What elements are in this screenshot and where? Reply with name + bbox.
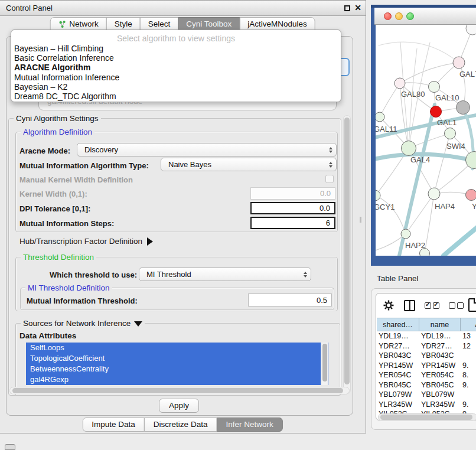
- algorithm-option-basic-correlation-inference[interactable]: Basic Correlation Inference: [11, 53, 341, 63]
- network-edge[interactable]: [379, 42, 459, 63]
- apply-button[interactable]: Apply: [159, 399, 199, 413]
- select-all-icon[interactable]: [425, 302, 439, 309]
- node-label: HAP2: [405, 241, 425, 250]
- network-node[interactable]: [420, 249, 430, 256]
- network-node[interactable]: [466, 152, 476, 169]
- network-node-hap2[interactable]: [401, 229, 410, 239]
- column-header-name[interactable]: name: [419, 318, 461, 331]
- file-icon[interactable]: [468, 298, 476, 312]
- network-edge[interactable]: [400, 63, 459, 83]
- table-cell: YDR27…: [377, 341, 419, 351]
- network-node-hap4[interactable]: [428, 188, 440, 200]
- table-row[interactable]: YDL19…YDL19…13: [377, 331, 476, 341]
- node-label: GAL4: [410, 155, 430, 164]
- close-traffic-light-icon[interactable]: [384, 12, 392, 20]
- attribute-item-selfloops[interactable]: SelfLoops: [26, 343, 328, 353]
- minimize-traffic-light-icon[interactable]: [395, 12, 403, 20]
- network-edge[interactable]: [380, 83, 400, 117]
- kernel-width-field[interactable]: 0.0: [250, 187, 335, 200]
- table-cell: YDR27…: [419, 341, 461, 351]
- column-header-a[interactable]: A: [461, 318, 476, 331]
- control-panel-titlebar[interactable]: Control Panel ✕: [0, 1, 366, 16]
- algorithm-option-bayesian-k2[interactable]: Bayesian – K2: [11, 82, 341, 92]
- tab-select[interactable]: Select: [140, 17, 179, 31]
- node-label: HAP4: [435, 202, 455, 211]
- scrollbar-thumb[interactable]: [12, 388, 343, 393]
- network-edge[interactable]: [444, 224, 476, 256]
- settings-vertical-scrollbar[interactable]: [343, 115, 351, 394]
- node-label: GCY1: [376, 203, 395, 211]
- splitter-handle[interactable]: [360, 217, 361, 223]
- network-node-gal11[interactable]: [376, 112, 384, 122]
- scrollbar-thumb[interactable]: [380, 415, 472, 420]
- table-row[interactable]: YBR043CYBR043C: [377, 351, 476, 361]
- scrollbar-thumb[interactable]: [322, 344, 327, 381]
- combo-stepper-icon: [329, 162, 332, 168]
- mi-type-label: Mutual Information Algorithm Type:: [19, 161, 149, 170]
- tab-style[interactable]: Style: [106, 17, 141, 31]
- network-node[interactable]: [457, 101, 470, 115]
- settings-horizontal-scrollbar[interactable]: [9, 387, 350, 394]
- dpi-tolerance-field[interactable]: 0.0: [250, 202, 335, 214]
- close-icon[interactable]: ✕: [354, 3, 361, 12]
- table-cell: 12: [461, 341, 476, 351]
- network-edge[interactable]: [376, 195, 406, 234]
- sources-toggle[interactable]: Sources for Network Inference: [21, 319, 145, 328]
- float-window-icon[interactable]: [344, 5, 350, 11]
- table-cell: YLR345W: [377, 400, 419, 410]
- network-icon: [58, 20, 66, 28]
- network-node-gal10[interactable]: [429, 81, 440, 93]
- network-node-gal4[interactable]: [402, 141, 416, 156]
- network-node-swi4[interactable]: [445, 128, 456, 139]
- which-threshold-combo[interactable]: MI Threshold: [139, 268, 311, 281]
- algorithm-option-mutual-information-inference[interactable]: Mutual Information Inference: [11, 73, 341, 82]
- table-row[interactable]: YER054CYER054C8.: [377, 370, 476, 380]
- tab-network[interactable]: Network: [50, 17, 107, 31]
- network-node[interactable]: [466, 25, 476, 35]
- algorithm-option-bayesian-hill-climbing[interactable]: Bayesian – Hill Climbing: [11, 44, 341, 53]
- tab-jactivemnodules[interactable]: jActiveMNodules: [239, 17, 315, 31]
- attribute-item-gal4rgexp[interactable]: gal4RGexp: [26, 374, 328, 385]
- mi-steps-field[interactable]: 6: [250, 217, 335, 229]
- table-row[interactable]: YBL079WYBL079W: [377, 390, 476, 400]
- deselect-all-icon[interactable]: [449, 302, 464, 309]
- algorithm-option-dream8-dc-tdc-algorithm[interactable]: Dream8 DC_TDC Algorithm: [11, 92, 341, 101]
- network-edge[interactable]: [425, 194, 434, 253]
- partial-icon[interactable]: [5, 444, 15, 450]
- algorithm-option-aracne-algorithm[interactable]: ARACNE Algorithm: [11, 63, 341, 72]
- network-node-gcy1[interactable]: [376, 190, 380, 201]
- attribute-item-topologicalcoefficient[interactable]: TopologicalCoefficient: [26, 353, 328, 364]
- network-node-gal1[interactable]: [431, 106, 442, 118]
- network-window-titlebar[interactable]: [374, 8, 476, 25]
- table-horizontal-scrollbar[interactable]: [378, 413, 476, 421]
- tab-impute-data[interactable]: Impute Data: [82, 418, 145, 432]
- tab-cyni-toolbox[interactable]: Cyni Toolbox: [178, 17, 240, 31]
- network-node-gal7[interactable]: [453, 57, 465, 69]
- network-node-y[interactable]: [466, 190, 476, 201]
- network-canvas[interactable]: GAL7GAL80GAL10GAL1GAL11SWI4GAL4GCY1HAP4Y…: [376, 25, 476, 256]
- table-row[interactable]: YLR345WYLR345W9.: [377, 400, 476, 410]
- aracne-mode-combo[interactable]: Discovery: [77, 143, 337, 156]
- tab-discretize-data[interactable]: Discretize Data: [144, 418, 217, 432]
- mi-type-combo[interactable]: Naive Bayes: [161, 158, 337, 171]
- column-header-shared-[interactable]: shared…: [377, 318, 419, 331]
- table-cell: 13: [461, 331, 476, 341]
- scrollbar-thumb[interactable]: [344, 118, 350, 384]
- table-cell: YPR145W: [377, 361, 419, 371]
- table-row[interactable]: YPR145WYPR145W9.: [377, 361, 476, 371]
- manual-kernel-checkbox[interactable]: [325, 175, 334, 183]
- gear-icon[interactable]: [383, 299, 395, 311]
- mi-threshold-value: 0.5: [317, 296, 327, 305]
- table-row[interactable]: YDR27…YDR27…12: [377, 341, 476, 351]
- checked-box-icon: [425, 302, 431, 309]
- dropdown-placeholder: Select algorithm to view settings: [11, 34, 341, 44]
- mi-threshold-field[interactable]: 0.5: [248, 294, 332, 306]
- attributes-scrollbar[interactable]: [321, 343, 328, 385]
- zoom-traffic-light-icon[interactable]: [406, 12, 414, 20]
- columns-icon[interactable]: [404, 300, 415, 311]
- tab-infer-network[interactable]: Infer Network: [216, 418, 282, 432]
- hub-definition-toggle[interactable]: Hub/Transcription Factor Definition: [19, 237, 153, 246]
- attribute-item-betweennesscentrality[interactable]: BetweennessCentrality: [26, 364, 328, 374]
- network-node-gal80[interactable]: [395, 78, 405, 89]
- table-row[interactable]: YBR045CYBR045C9.: [377, 380, 476, 390]
